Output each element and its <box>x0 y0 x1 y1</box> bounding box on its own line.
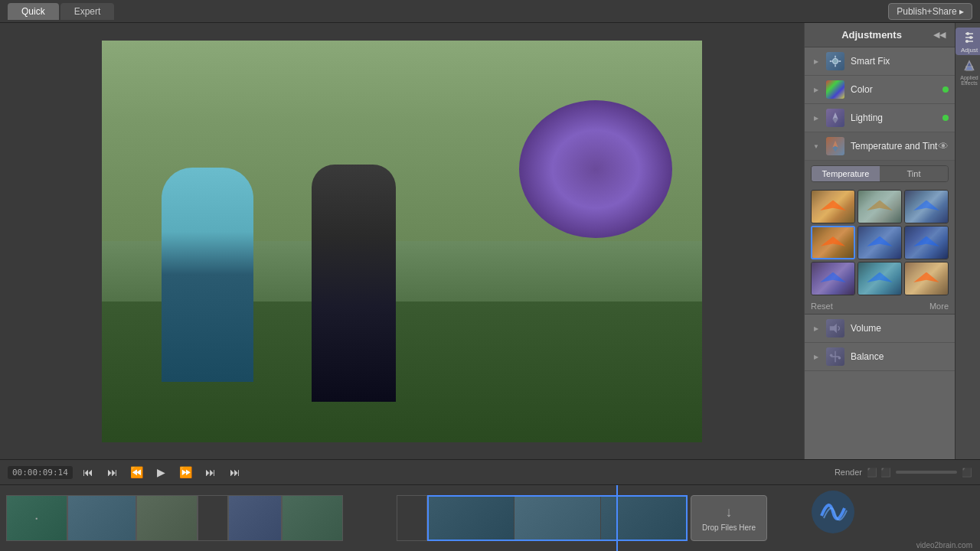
preset-1[interactable] <box>811 190 855 223</box>
adjustments-title: Adjustments <box>814 29 929 41</box>
render-slider[interactable] <box>896 471 957 474</box>
timecode-display: 00:00:09:14 <box>8 466 73 479</box>
video-preview <box>102 41 702 442</box>
tab-quick[interactable]: Quick <box>8 3 59 20</box>
adj-row-temp-tint[interactable]: Temperature and Tint 👁 <box>805 132 955 161</box>
svg-rect-20 <box>966 67 972 70</box>
clip-1[interactable]: ▪ <box>6 495 67 541</box>
adj-row-smart-fix[interactable]: Smart Fix <box>805 47 955 76</box>
tab-tint[interactable]: Tint <box>880 166 948 181</box>
tab-expert[interactable]: Expert <box>60 3 115 20</box>
right-panel: Adjustments ◀◀ Smart Fix <box>804 23 980 459</box>
lighting-label: Lighting <box>851 112 942 123</box>
expand-smart-fix-icon[interactable] <box>811 56 822 67</box>
clip-5[interactable] <box>228 495 282 541</box>
smart-fix-icon <box>826 52 844 70</box>
adjustments-header: Adjustments ◀◀ <box>805 23 955 47</box>
preset-7[interactable] <box>811 262 855 295</box>
svg-point-17 <box>966 32 969 35</box>
play-button[interactable]: ▶ <box>152 463 171 481</box>
adjust-button[interactable]: Adjust <box>956 28 980 55</box>
svg-point-19 <box>965 40 969 43</box>
site-watermark: video2brain.com <box>916 541 972 549</box>
tab-temperature[interactable]: Temperature <box>812 166 880 181</box>
adjust-label: Adjust <box>961 47 978 54</box>
preset-3[interactable] <box>904 190 949 223</box>
go-to-end-button[interactable]: ⏭ <box>226 463 244 481</box>
render-end-icon: ⬛ <box>962 468 972 478</box>
expand-volume-icon[interactable] <box>811 323 822 334</box>
preset-8[interactable] <box>858 262 902 295</box>
render-icon-2: ⬛ <box>880 468 891 478</box>
controls-bar: 00:00:09:14 ⏮ ⏭ ⏪ ▶ ⏩ ⏭ ⏭ Render ⬛ ⬛ ⬛ <box>0 459 980 485</box>
clip-6[interactable] <box>282 495 343 541</box>
reset-button[interactable]: Reset <box>811 302 833 311</box>
svg-point-0 <box>832 58 838 64</box>
adj-row-color[interactable]: Color <box>805 76 955 104</box>
smart-fix-label: Smart Fix <box>851 56 949 67</box>
adj-row-lighting[interactable]: Lighting <box>805 104 955 132</box>
lighting-icon <box>826 109 844 127</box>
scene-figure-right <box>312 165 396 402</box>
scene-bush <box>519 100 672 238</box>
lighting-active-dot <box>942 115 949 121</box>
timeline-track: ▪ <box>0 485 980 551</box>
clip-2[interactable] <box>67 495 136 541</box>
more-button[interactable]: More <box>929 302 949 311</box>
playhead[interactable] <box>616 485 618 551</box>
color-icon <box>826 80 844 99</box>
right-sidebar: Adjust Applied Effects <box>955 23 980 459</box>
presets-footer: Reset More <box>805 298 955 314</box>
top-bar: Quick Expert Publish+Share ▸ <box>0 0 980 23</box>
temperature-tint-section: Temperature and Tint 👁 Temperature Tint <box>805 132 955 315</box>
preset-6[interactable] <box>904 226 949 259</box>
expand-lighting-icon[interactable] <box>811 112 822 123</box>
temp-tint-visibility-icon[interactable]: 👁 <box>938 140 949 152</box>
rewind-button[interactable]: ⏪ <box>128 463 146 481</box>
logo-watermark <box>806 485 860 539</box>
adj-row-volume[interactable]: Volume <box>805 315 955 343</box>
drop-icon: ↓ <box>726 504 733 520</box>
clip-4[interactable] <box>198 495 228 541</box>
color-label: Color <box>851 84 942 95</box>
next-frame-button[interactable]: ⏭ <box>201 463 220 481</box>
go-to-start-button[interactable]: ⏮ <box>79 463 97 481</box>
preset-4[interactable] <box>811 226 855 259</box>
presets-grid <box>805 187 955 298</box>
expand-color-icon[interactable] <box>811 84 822 95</box>
publish-share-button[interactable]: Publish+Share ▸ <box>888 3 972 20</box>
temp-tint-label: Temperature and Tint <box>851 141 938 152</box>
applied-effects-button[interactable]: Applied Effects <box>956 58 980 86</box>
timeline: ▪ <box>0 485 980 551</box>
render-label: Render <box>835 468 862 477</box>
drop-files-zone[interactable]: ↓ Drop Files Here <box>691 495 767 541</box>
balance-icon <box>826 347 844 366</box>
color-active-dot <box>942 86 949 93</box>
expand-temp-tint-icon[interactable] <box>811 141 822 152</box>
adjustments-panel: Adjustments ◀◀ Smart Fix <box>805 23 955 459</box>
applied-effects-label: Applied Effects <box>956 75 980 86</box>
balance-label: Balance <box>851 351 949 362</box>
render-area: Render ⬛ ⬛ ⬛ <box>835 468 972 478</box>
svg-point-12 <box>830 354 833 357</box>
volume-icon <box>826 319 844 337</box>
clip-7[interactable] <box>397 495 427 541</box>
svg-point-13 <box>838 357 841 360</box>
expand-balance-icon[interactable] <box>811 351 822 362</box>
video-area <box>0 23 804 459</box>
preset-9[interactable] <box>904 262 949 295</box>
adj-row-balance[interactable]: Balance <box>805 343 955 371</box>
clip-selected-group[interactable] <box>427 495 688 541</box>
clip-3[interactable] <box>136 495 198 541</box>
prev-frame-button[interactable]: ⏭ <box>103 463 122 481</box>
preset-2[interactable] <box>858 190 902 223</box>
tab-area: Quick Expert <box>8 3 114 20</box>
svg-point-18 <box>969 36 972 39</box>
temp-tint-tabs: Temperature Tint <box>811 165 949 182</box>
preset-5[interactable] <box>858 226 902 259</box>
temperature-tint-icon <box>826 137 844 155</box>
main-area: Adjustments ◀◀ Smart Fix <box>0 23 980 459</box>
collapse-button[interactable]: ◀◀ <box>933 30 946 40</box>
fast-forward-button[interactable]: ⏩ <box>177 463 195 481</box>
scene-figure-left <box>162 168 253 382</box>
